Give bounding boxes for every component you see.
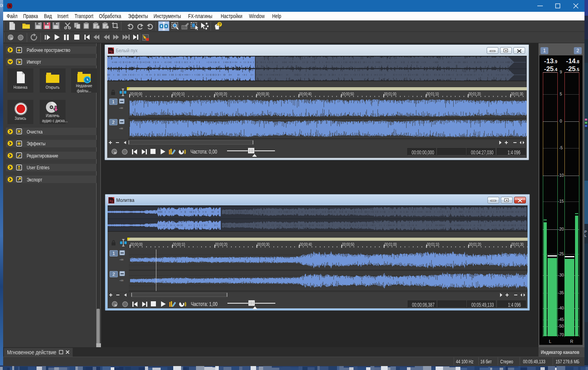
- svg-text:frg: frg: [110, 200, 113, 203]
- svg-text:frg: frg: [109, 50, 112, 53]
- svg-text:S: S: [8, 4, 11, 8]
